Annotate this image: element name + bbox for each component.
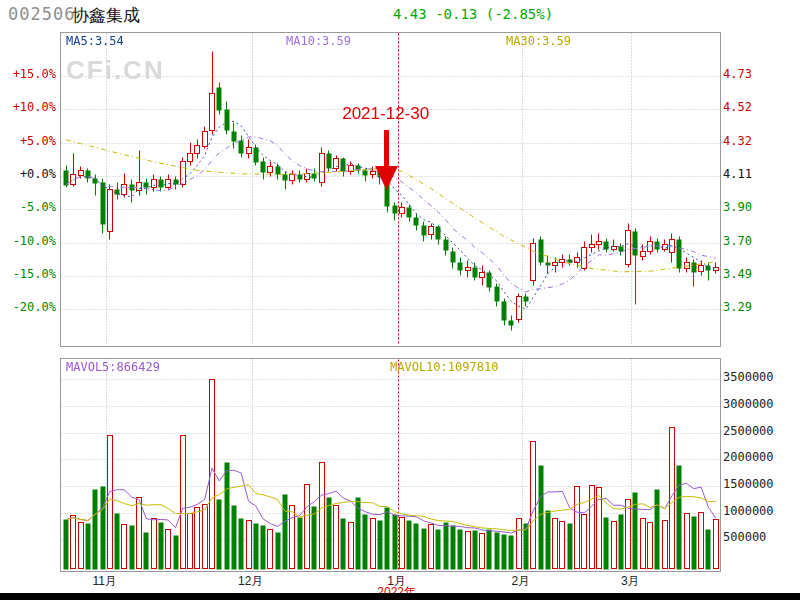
axis-tick-label: 3500000 [723,370,774,384]
axis-tick-label: +15.0% [0,67,56,81]
axis-tick-label: -20.0% [0,300,56,314]
watermark-logo: CFi.CN [66,55,165,86]
month-label: 2月 [511,573,530,590]
axis-tick-label: 3.29 [723,300,752,314]
month-label: 12月 [238,573,263,590]
axis-tick-label: 4.73 [723,67,752,81]
axis-tick-label: -10.0% [0,234,56,248]
axis-tick-label: 4.11 [723,167,752,181]
axis-tick-label: -15.0% [0,267,56,281]
mavol10-legend: MAVOL10:1097810 [390,360,498,374]
axis-tick-label: -5.0% [0,200,56,214]
axis-tick-label: 500000 [723,530,766,544]
ma5-legend: MA5:3.54 [66,34,124,48]
ma30-legend: MA30:3.59 [506,34,571,48]
axis-tick-label: +0.0% [0,167,56,181]
volume-chart-canvas[interactable] [61,359,720,571]
axis-tick-label: 3000000 [723,397,774,411]
axis-tick-label: +5.0% [0,134,56,148]
axis-tick-label: 4.32 [723,134,752,148]
axis-tick-label: 4.52 [723,100,752,114]
bottom-black-band [0,593,800,600]
axis-tick-label: 3.49 [723,267,752,281]
axis-tick-label: 1500000 [723,477,774,491]
volume-chart-panel [60,358,721,572]
annotation-date-label: 2021-12-30 [342,104,429,124]
stock-code: 002506 [8,4,75,24]
mavol5-legend: MAVOL5:866429 [66,360,160,374]
axis-tick-label: 3.70 [723,234,752,248]
annotation-arrow-icon [374,130,398,192]
month-label: 11月 [92,573,116,590]
stock-name: 协鑫集成 [72,4,140,27]
stock-chart-window: 002506 协鑫集成 4.43 -0.13 (-2.85%) CFi.CN M… [0,0,800,600]
axis-tick-label: 2500000 [723,424,774,438]
ma10-legend: MA10:3.59 [286,34,351,48]
axis-tick-label: 3.90 [723,200,752,214]
axis-tick-label: +10.0% [0,100,56,114]
quote-price-change: 4.43 -0.13 (-2.85%) [393,6,553,22]
axis-tick-label: 2000000 [723,450,774,464]
axis-tick-label: 1000000 [723,504,774,518]
month-label: 3月 [621,573,640,590]
